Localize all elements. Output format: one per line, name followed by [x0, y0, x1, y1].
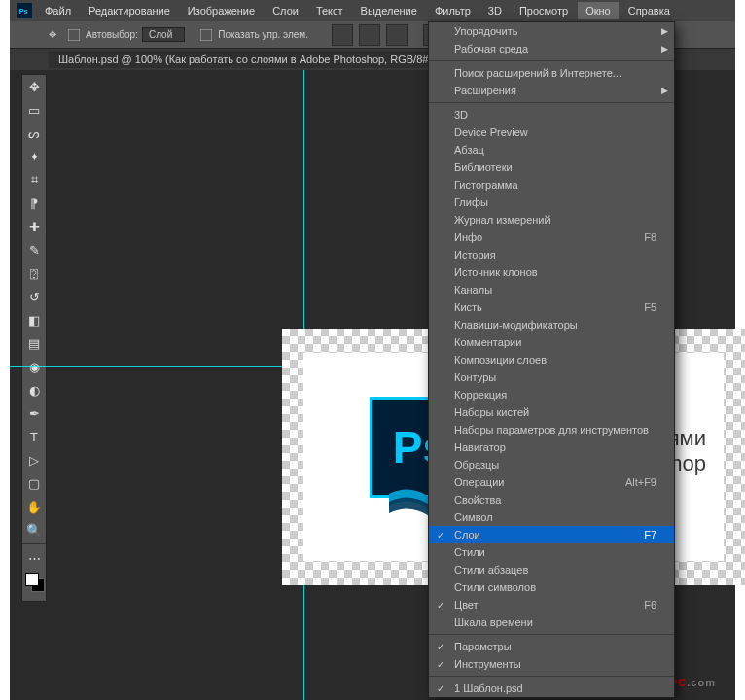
autoselect-target-select[interactable]: Слой: [142, 27, 185, 42]
menu-item-библиотеки[interactable]: Библиотеки: [429, 158, 674, 176]
tool-move[interactable]: ✥: [22, 75, 46, 98]
menu-item-композиции-слоев[interactable]: Композиции слоев: [429, 351, 674, 368]
menu-item-label: Стили: [454, 546, 485, 558]
menu-item-label: Коррекция: [454, 389, 507, 401]
menu-item-контуры[interactable]: Контуры: [429, 368, 674, 386]
menu-item-параметры[interactable]: ✓Параметры: [429, 638, 674, 655]
tool-stamp[interactable]: ⍰: [22, 262, 46, 285]
tool-crop[interactable]: ⌗: [22, 168, 46, 192]
menu-item-журнал-измерений[interactable]: Журнал измерений: [429, 211, 674, 228]
tool-history-brush[interactable]: ↺: [22, 285, 46, 308]
menu-view[interactable]: Просмотр: [512, 2, 576, 19]
toolbox: ✥ ▭ ᔕ ✦ ⌗ ⁋ ✚ ✎ ⍰ ↺ ◧ ▤ ◉ ◐ ✒ T ▷ ▢ ✋ 🔍 …: [21, 74, 47, 602]
menu-item-образцы[interactable]: Образцы: [429, 456, 674, 473]
menu-item-стили-абзацев[interactable]: Стили абзацев: [429, 561, 674, 578]
menu-item-инфо[interactable]: ИнфоF8: [429, 228, 674, 246]
tool-path[interactable]: ▷: [22, 448, 46, 472]
menu-item-label: Источник клонов: [454, 266, 538, 278]
align-btn-3[interactable]: [386, 24, 408, 46]
menu-file[interactable]: Файл: [37, 2, 79, 19]
photoshop-logo-icon: Ps: [14, 0, 35, 21]
menu-item-shortcut: F7: [624, 529, 656, 541]
tool-marquee[interactable]: ▭: [22, 98, 46, 122]
tool-wand[interactable]: ✦: [22, 145, 46, 168]
menu-item-упорядочить[interactable]: Упорядочить▶: [429, 22, 674, 40]
menu-help[interactable]: Справка: [621, 2, 678, 19]
menu-item-label: Рабочая среда: [454, 43, 528, 54]
menu-item-свойства[interactable]: Свойства: [429, 491, 674, 508]
menu-image[interactable]: Изображение: [180, 2, 263, 19]
menu-item-цвет[interactable]: ✓ЦветF6: [429, 596, 674, 613]
menu-item-расширения[interactable]: Расширения▶: [429, 82, 674, 99]
autoselect-checkbox[interactable]: [68, 29, 80, 41]
show-controls-checkbox[interactable]: [200, 29, 212, 41]
fg-color-swatch[interactable]: [25, 573, 39, 586]
tool-dodge[interactable]: ◐: [22, 378, 46, 402]
menu-item-label: Глифы: [454, 196, 488, 208]
align-btn-2[interactable]: [359, 24, 380, 46]
tool-blur[interactable]: ◉: [22, 355, 46, 378]
menu-item-label: Наборы параметров для инструментов: [454, 424, 649, 436]
menu-item-клавиши-модификаторы[interactable]: Клавиши-модификаторы: [429, 316, 674, 333]
tool-lasso[interactable]: ᔕ: [22, 122, 46, 145]
menu-item-наборы-параметров-для-инструментов[interactable]: Наборы параметров для инструментов: [429, 421, 674, 438]
menu-item-абзац[interactable]: Абзац: [429, 141, 674, 158]
menu-item-shortcut: F6: [624, 599, 656, 611]
tool-pen[interactable]: ✒: [22, 402, 46, 425]
menu-item-стили-символов[interactable]: Стили символов: [429, 578, 674, 596]
menu-item-слои[interactable]: ✓СлоиF7: [429, 526, 674, 543]
menu-item-наборы-кистей[interactable]: Наборы кистей: [429, 403, 674, 421]
menu-item-3d[interactable]: 3D: [429, 106, 674, 123]
menu-item-история[interactable]: История: [429, 246, 674, 263]
menu-item-label: Библиотеки: [454, 161, 513, 173]
menu-item-label: Комментарии: [454, 336, 521, 348]
menu-edit[interactable]: Редактирование: [81, 2, 178, 19]
tool-gradient[interactable]: ▤: [22, 332, 46, 355]
menu-item-кисть[interactable]: КистьF5: [429, 298, 674, 316]
align-btn-1[interactable]: [332, 24, 353, 46]
menu-item-label: Клавиши-модификаторы: [454, 319, 578, 331]
menu-select[interactable]: Выделение: [353, 2, 425, 19]
menu-layers[interactable]: Слои: [265, 2, 306, 19]
main-menubar: Ps Файл Редактирование Изображение Слои …: [10, 0, 735, 21]
menu-item-device-preview[interactable]: Device Preview: [429, 123, 674, 141]
tool-type[interactable]: T: [22, 425, 46, 448]
menu-item-каналы[interactable]: Каналы: [429, 281, 674, 298]
menu-item-глифы[interactable]: Глифы: [429, 193, 674, 211]
menu-item-label: Инструменты: [454, 658, 521, 670]
menu-item-символ[interactable]: Символ: [429, 508, 674, 526]
menu-item-инструменты[interactable]: ✓Инструменты: [429, 655, 674, 673]
menu-item-1-шаблон-psd[interactable]: ✓1 Шаблон.psd: [429, 680, 674, 697]
menu-item-поиск-расширений-в-интернете-[interactable]: Поиск расширений в Интернете...: [429, 64, 674, 82]
document-tab[interactable]: Шаблон.psd @ 100% (Как работать со слоям…: [49, 51, 460, 68]
check-icon: ✓: [437, 600, 444, 611]
menu-item-операции[interactable]: ОперацииAlt+F9: [429, 473, 674, 491]
menu-item-шкала-времени[interactable]: Шкала времени: [429, 613, 674, 631]
menu-item-label: Кисть: [454, 301, 482, 313]
tool-hand[interactable]: ✋: [22, 495, 46, 518]
document-tab-title: Шаблон.psd @ 100% (Как работать со слоям…: [58, 53, 439, 65]
tool-more[interactable]: ⋯: [22, 546, 46, 570]
menu-item-комментарии[interactable]: Комментарии: [429, 333, 674, 351]
menu-item-источник-клонов[interactable]: Источник клонов: [429, 263, 674, 281]
menu-window[interactable]: Окно: [578, 2, 619, 19]
tool-shape[interactable]: ▢: [22, 472, 46, 495]
menu-item-стили[interactable]: Стили: [429, 543, 674, 561]
menu-item-навигатор[interactable]: Навигатор: [429, 438, 674, 456]
menu-text[interactable]: Текст: [308, 2, 351, 19]
tool-heal[interactable]: ✚: [22, 215, 46, 238]
menu-filter[interactable]: Фильтр: [427, 2, 479, 19]
menu-item-label: Слои: [454, 529, 480, 541]
menu-item-коррекция[interactable]: Коррекция: [429, 386, 674, 403]
menu-item-рабочая-среда[interactable]: Рабочая среда▶: [429, 40, 674, 57]
menu-item-гистограмма[interactable]: Гистограмма: [429, 176, 674, 193]
tool-brush[interactable]: ✎: [22, 238, 46, 262]
color-swatches[interactable]: [22, 570, 46, 601]
tool-zoom[interactable]: 🔍: [22, 518, 46, 542]
submenu-arrow-icon: ▶: [661, 86, 668, 95]
tool-eraser[interactable]: ◧: [22, 308, 46, 332]
tool-eyedropper[interactable]: ⁋: [22, 192, 46, 215]
menu-3d[interactable]: 3D: [480, 2, 510, 19]
menu-item-label: Цвет: [454, 599, 479, 611]
menu-item-label: Навигатор: [454, 441, 506, 453]
